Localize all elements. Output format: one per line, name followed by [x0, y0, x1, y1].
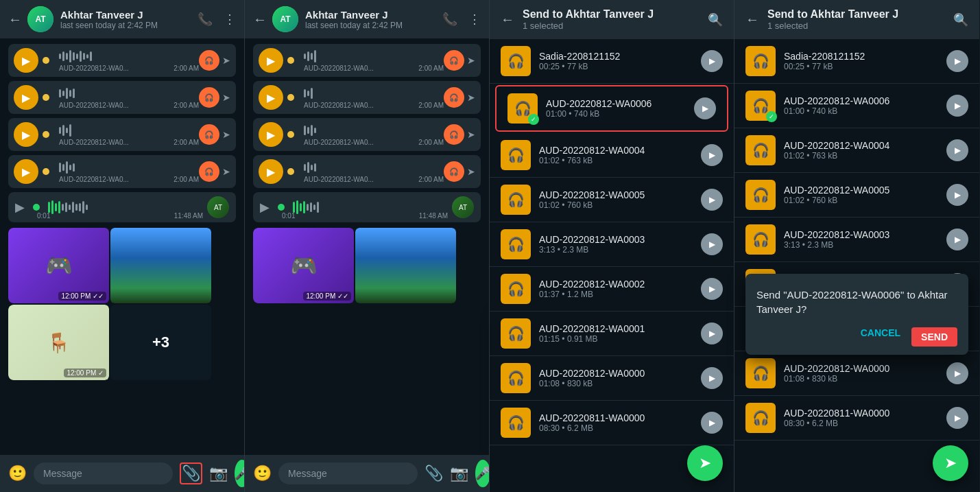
audio-list-item-wa0000[interactable]: 🎧 AUD-20220812-WA0000 01:08 • 830 kB ▶	[490, 356, 734, 401]
play-btn-4[interactable]: ▶	[14, 159, 38, 184]
message-input-1[interactable]	[34, 462, 173, 484]
audio-list-item-4-wa0004[interactable]: 🎧 AUD-20220812-WA0004 01:02 • 763 kB ▶	[734, 128, 979, 173]
audio-play-wa0003[interactable]: ▶	[701, 233, 723, 255]
back-button-2[interactable]: ←	[253, 12, 267, 27]
audio-meta-4-wa0811: 08:30 • 6.2 MB	[784, 419, 938, 428]
mic-button-1[interactable]: 🎤	[235, 460, 245, 487]
play-btn-2-2[interactable]: ▶	[259, 85, 283, 110]
audio-meta-wa0001: 01:15 • 0.91 MB	[539, 334, 693, 344]
back-button-3[interactable]: ←	[501, 12, 514, 27]
send-fab-4[interactable]: ➤	[933, 445, 968, 481]
audio-list-item-4-wa0003[interactable]: 🎧 AUD-20220812-WA0003 3:13 • 2.3 MB ▶	[734, 218, 979, 262]
attach-icon-1[interactable]: 📎	[182, 465, 200, 482]
play-btn-2-3[interactable]: ▶	[259, 122, 283, 147]
forward-icon-2-1[interactable]: ➤	[467, 55, 475, 66]
img-waterfall[interactable]	[110, 228, 211, 303]
search-button-3[interactable]: 🔍	[708, 12, 723, 27]
dialog-cancel-button[interactable]: CANCEL	[861, 327, 900, 347]
audio-list-item-sadia[interactable]: 🎧 Sadia-2208121152 00:25 • 77 kB ▶	[490, 39, 734, 84]
audio-play-wa0001[interactable]: ▶	[701, 323, 723, 344]
audio-play-wa0000[interactable]: ▶	[701, 367, 723, 389]
contact-name-2: Akhtar Tanveer J	[305, 9, 442, 21]
call-icon-2[interactable]: 📞	[442, 12, 457, 27]
audio-time-3: 2:00 AM	[174, 139, 199, 146]
dialog-send-button[interactable]: SEND	[911, 327, 957, 347]
audio-list-item-4-wa0006[interactable]: 🎧 ✓ AUD-20220812-WA0006 01:00 • 740 kB ▶	[734, 84, 979, 128]
audio-list-item-wa0003[interactable]: 🎧 AUD-20220812-WA0003 3:13 • 2.3 MB ▶	[490, 222, 734, 267]
forward-icon-2[interactable]: ➤	[222, 92, 230, 103]
more-icon-1[interactable]: ⋮	[224, 12, 236, 27]
play-btn-2-1[interactable]: ▶	[259, 48, 283, 73]
audio-play-4-wa0811[interactable]: ▶	[946, 407, 968, 429]
audio-msg-2: ▶ AUD-20220812-WA0... 2:00 AM 🎧 ➤	[8, 81, 236, 114]
audio-play-wa0005[interactable]: ▶	[701, 189, 723, 211]
forward-icon-1[interactable]: ➤	[222, 55, 230, 66]
audio-list-item-4-wa0811[interactable]: 🎧 AUD-20220811-WA0000 08:30 • 6.2 MB ▶	[734, 396, 979, 441]
audio-play-wa0811[interactable]: ▶	[701, 412, 723, 434]
camera-icon-1[interactable]: 📷	[209, 465, 228, 482]
audio-list-item-wa0004[interactable]: 🎧 AUD-20220812-WA0004 01:02 • 763 kB ▶	[490, 133, 734, 178]
send-fab-3[interactable]: ➤	[687, 445, 723, 481]
camera-icon-2[interactable]: 📷	[450, 465, 468, 482]
contact-name-1: Akhtar Tanveer J	[60, 9, 198, 21]
audio-list-item-4-wa0000[interactable]: 🎧 AUD-20220812-WA0000 01:08 • 830 kB ▶	[734, 351, 979, 396]
audio-play-sadia[interactable]: ▶	[701, 50, 723, 72]
audio-list-item-4-wa0005[interactable]: 🎧 AUD-20220812-WA0005 01:02 • 760 kB ▶	[734, 173, 979, 218]
audio-msg-1: ▶ AUD-20220812-WA0... 2:00 AM	[8, 44, 236, 77]
audio-play-4-wa0000[interactable]: ▶	[946, 362, 968, 384]
audio-play-4-wa0004[interactable]: ▶	[946, 139, 968, 161]
audio-play-wa0006[interactable]: ▶	[694, 97, 716, 119]
check-badge-4-wa0006: ✓	[766, 111, 777, 122]
audio-list-item-4-sadia[interactable]: 🎧 Sadia-2208121152 00:25 • 77 kB ▶	[734, 39, 979, 84]
send-panel-3: ← Send to Akhtar Tanveer J 1 selected 🔍 …	[490, 0, 734, 492]
img-gamepad[interactable]: 🎮 12:00 PM ✓✓	[8, 228, 109, 303]
audio-msg-4: ▶ AUD-20220812-WA0... 2:00 AM 🎧 ➤	[8, 155, 236, 188]
audio-time-row-2: AUD-20220812-WA0... 2:00 AM	[59, 102, 199, 109]
forward-icon-2-4[interactable]: ➤	[467, 166, 475, 177]
send-panel-4: ← Send to Akhtar Tanveer J 1 selected 🔍 …	[734, 0, 979, 492]
message-input-2[interactable]	[278, 462, 418, 484]
audio-play-4-sadia[interactable]: ▶	[946, 50, 968, 72]
attach-icon-2[interactable]: 📎	[425, 465, 443, 482]
img-gamepad-2[interactable]: 🎮 12:00 PM ✓✓	[253, 228, 354, 303]
emoji-icon-2[interactable]: 🙂	[253, 465, 272, 482]
play-btn-2[interactable]: ▶	[14, 85, 38, 110]
audio-list-item-wa0002[interactable]: 🎧 AUD-20220812-WA0002 01:37 • 1.2 MB ▶	[490, 267, 734, 312]
bar	[73, 163, 75, 172]
play-pause-icon[interactable]: ▶	[15, 200, 25, 215]
bar	[73, 52, 75, 60]
audio-thumb-4-wa0005: 🎧	[745, 180, 776, 210]
forward-icon-3[interactable]: ➤	[222, 129, 230, 140]
img-waterfall-2[interactable]	[355, 228, 456, 303]
audio-play-4-wa0006[interactable]: ▶	[946, 95, 968, 117]
audio-play-wa0004[interactable]: ▶	[701, 144, 723, 166]
audio-filename-2: AUD-20220812-WA0...	[59, 102, 129, 109]
audio-play-4-wa0005[interactable]: ▶	[946, 184, 968, 206]
play-btn-1[interactable]: ▶	[14, 48, 38, 73]
contact-avatar-1[interactable]: AT	[27, 6, 53, 32]
play-btn-3[interactable]: ▶	[14, 122, 38, 147]
audio-play-4-wa0003[interactable]: ▶	[946, 229, 968, 250]
audio-list-item-wa0001[interactable]: 🎧 AUD-20220812-WA0001 01:15 • 0.91 MB ▶	[490, 312, 734, 356]
forward-icon-2-3[interactable]: ➤	[467, 129, 475, 140]
call-icon-1[interactable]: 📞	[198, 12, 213, 27]
contact-avatar-2[interactable]: AT	[272, 6, 298, 32]
audio-play-wa0002[interactable]: ▶	[701, 278, 723, 300]
img-chair[interactable]: 🪑 12:00 PM ✓	[8, 305, 109, 380]
play-btn-2-4[interactable]: ▶	[259, 159, 283, 184]
search-button-4[interactable]: 🔍	[953, 12, 968, 27]
back-button-4[interactable]: ←	[745, 12, 759, 27]
play-pause-icon-2[interactable]: ▶	[260, 200, 270, 215]
img-more[interactable]: +3	[110, 305, 211, 380]
audio-filename-2-2: AUD-20220812-WA0...	[304, 102, 374, 109]
audio-list-item-wa0811[interactable]: 🎧 AUD-20220811-WA0000 08:30 • 6.2 MB ▶	[490, 401, 734, 445]
audio-list-item-wa0006[interactable]: 🎧 ✓ AUD-20220812-WA0006 01:00 • 740 kB ▶	[495, 85, 728, 132]
mic-button-2[interactable]: 🎤	[475, 460, 490, 487]
forward-icon-4[interactable]: ➤	[222, 166, 230, 177]
audio-list-item-wa0005[interactable]: 🎧 AUD-20220812-WA0005 01:02 • 760 kB ▶	[490, 178, 734, 222]
back-button-1[interactable]: ←	[8, 12, 22, 27]
more-icon-2[interactable]: ⋮	[468, 12, 481, 27]
bar	[48, 202, 50, 213]
emoji-icon-1[interactable]: 🙂	[8, 465, 27, 482]
forward-icon-2-2[interactable]: ➤	[467, 92, 475, 103]
